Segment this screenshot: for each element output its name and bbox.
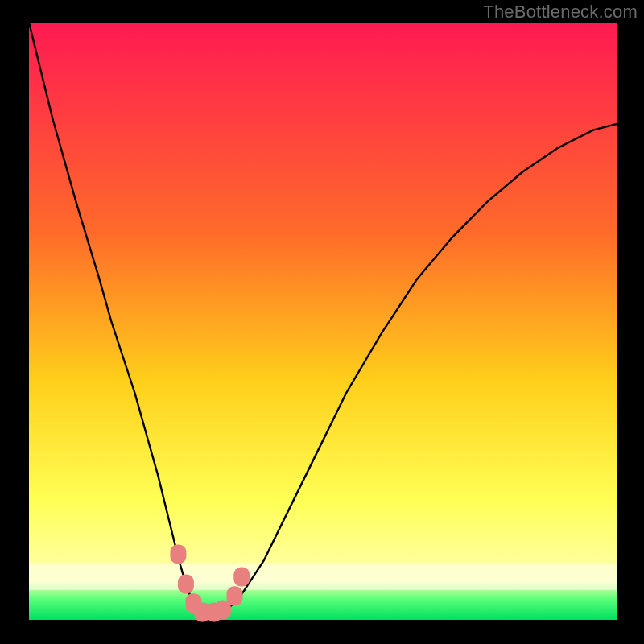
pale-band <box>29 564 617 590</box>
marker-dot <box>227 586 243 605</box>
bottleneck-chart <box>0 0 644 644</box>
plot-background <box>29 23 617 620</box>
marker-dot <box>178 575 194 594</box>
marker-dot <box>170 544 186 564</box>
chart-frame: TheBottleneck.com <box>0 0 644 644</box>
marker-dot <box>233 568 250 587</box>
watermark-text: TheBottleneck.com <box>483 2 638 23</box>
